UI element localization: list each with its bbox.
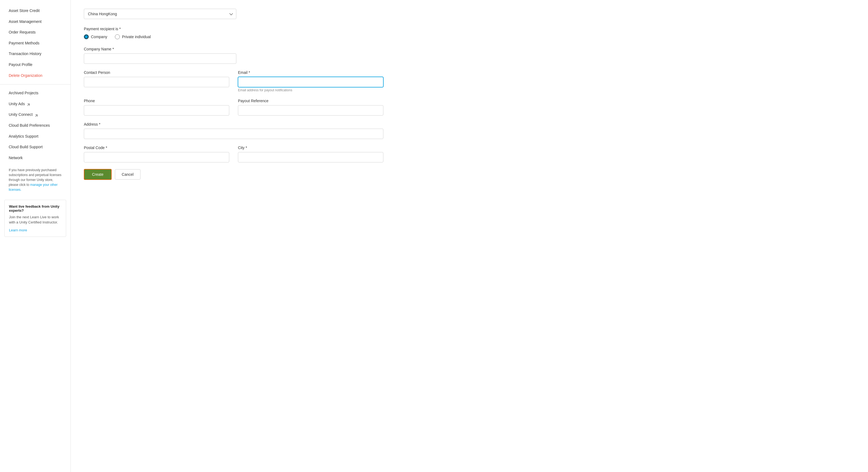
contact-person-label: Contact Person bbox=[84, 70, 229, 75]
private-individual-radio[interactable] bbox=[115, 34, 120, 39]
phone-payout-row: Phone Payout Reference bbox=[84, 99, 383, 116]
sidebar-item-payout-profile[interactable]: Payout Profile bbox=[0, 59, 70, 70]
sidebar-item-unity-connect[interactable]: Unity Connect bbox=[0, 109, 70, 120]
contact-person-input[interactable] bbox=[84, 77, 229, 87]
contact-person-field: Contact Person bbox=[84, 70, 229, 92]
sidebar-item-cloud-build-support[interactable]: Cloud Build Support bbox=[0, 142, 70, 153]
payout-reference-field: Payout Reference bbox=[238, 99, 383, 116]
form-buttons: Create Cancel bbox=[84, 169, 383, 180]
address-field: Address * bbox=[84, 122, 383, 139]
payout-reference-input[interactable] bbox=[238, 105, 383, 116]
sidebar-footer: If you have previously purchased subscri… bbox=[0, 163, 70, 197]
payment-recipient-group: Company Private individual bbox=[84, 34, 383, 39]
postal-code-field: Postal Code * bbox=[84, 146, 229, 163]
email-hint: Email address for payout notifications bbox=[238, 88, 383, 92]
email-label: Email * bbox=[238, 70, 383, 75]
private-individual-radio-option[interactable]: Private individual bbox=[115, 34, 151, 39]
sidebar-item-order-requests[interactable]: Order Requests bbox=[0, 27, 70, 38]
phone-label: Phone bbox=[84, 99, 229, 103]
external-link-icon bbox=[27, 102, 30, 106]
city-label: City * bbox=[238, 146, 383, 150]
address-input[interactable] bbox=[84, 129, 383, 139]
country-field: China HongKong China Mainland United Sta… bbox=[84, 9, 236, 19]
promo-title: Want live feedback from Unity experts? bbox=[9, 204, 62, 212]
company-name-input[interactable] bbox=[84, 53, 236, 64]
payout-reference-label: Payout Reference bbox=[238, 99, 383, 103]
sidebar-item-analytics-support[interactable]: Analytics Support bbox=[0, 131, 70, 142]
promo-text: Join the next Learn Live to work with a … bbox=[9, 215, 62, 225]
sidebar-item-unity-ads[interactable]: Unity Ads bbox=[0, 99, 70, 110]
phone-field: Phone bbox=[84, 99, 229, 116]
create-button[interactable]: Create bbox=[84, 169, 112, 180]
sidebar-item-asset-management[interactable]: Asset Management bbox=[0, 16, 70, 27]
company-name-label: Company Name * bbox=[84, 47, 383, 51]
payout-profile-form: China HongKong China Mainland United Sta… bbox=[84, 9, 383, 180]
private-individual-label: Private individual bbox=[122, 35, 151, 39]
sidebar-item-asset-store-credit[interactable]: Asset Store Credit bbox=[0, 5, 70, 16]
postal-code-input[interactable] bbox=[84, 152, 229, 163]
sidebar-item-archived-projects[interactable]: Archived Projects bbox=[0, 88, 70, 99]
email-input[interactable] bbox=[238, 77, 383, 87]
city-input[interactable] bbox=[238, 152, 383, 163]
cancel-button[interactable]: Cancel bbox=[115, 169, 141, 180]
address-label: Address * bbox=[84, 122, 383, 126]
postal-code-label: Postal Code * bbox=[84, 146, 229, 150]
phone-input[interactable] bbox=[84, 105, 229, 116]
sidebar: Asset Store Credit Asset Management Orde… bbox=[0, 0, 71, 472]
country-select[interactable]: China HongKong China Mainland United Sta… bbox=[84, 9, 236, 19]
sidebar-divider-1 bbox=[0, 84, 70, 85]
learn-more-link[interactable]: Learn more bbox=[9, 228, 27, 232]
main-content: China HongKong China Mainland United Sta… bbox=[71, 0, 868, 472]
sidebar-promo-card: Want live feedback from Unity experts? J… bbox=[4, 200, 66, 237]
email-field: Email * Email address for payout notific… bbox=[238, 70, 383, 92]
sidebar-item-network[interactable]: Network bbox=[0, 153, 70, 164]
contact-email-row: Contact Person Email * Email address for… bbox=[84, 70, 383, 92]
sidebar-item-transaction-history[interactable]: Transaction History bbox=[0, 49, 70, 59]
company-name-field: Company Name * bbox=[84, 47, 383, 64]
sidebar-nav-primary: Asset Store Credit Asset Management Orde… bbox=[0, 5, 70, 81]
company-radio[interactable] bbox=[84, 34, 89, 39]
city-field: City * bbox=[238, 146, 383, 163]
company-radio-option[interactable]: Company bbox=[84, 34, 107, 39]
payment-recipient-label: Payment recipient is * bbox=[84, 27, 383, 31]
sidebar-item-payment-methods[interactable]: Payment Methods bbox=[0, 38, 70, 49]
postal-city-row: Postal Code * City * bbox=[84, 146, 383, 163]
company-label: Company bbox=[91, 35, 107, 39]
sidebar-item-cloud-build-preferences[interactable]: Cloud Build Preferences bbox=[0, 120, 70, 131]
sidebar-nav-secondary: Archived Projects Unity Ads Unity Connec… bbox=[0, 88, 70, 163]
sidebar-item-delete-organization[interactable]: Delete Organization bbox=[0, 70, 70, 81]
external-link-icon-2 bbox=[35, 113, 38, 117]
